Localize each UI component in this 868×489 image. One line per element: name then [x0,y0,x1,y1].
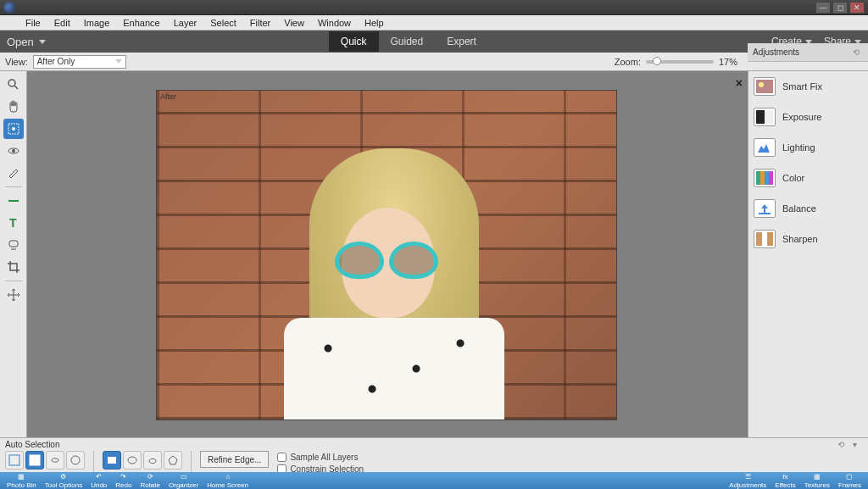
minimize-button[interactable]: — [815,2,831,14]
tb-label: Frames [838,481,861,489]
svg-rect-20 [762,232,767,246]
taskbar-tool-options[interactable]: ⚙Tool Options [42,472,86,489]
zoom-label: Zoom: [615,57,641,67]
menu-view[interactable]: View [277,15,311,30]
adj-icon [754,108,776,126]
adjustment-smart-fix[interactable]: Smart Fix [748,71,868,102]
straighten-tool[interactable] [3,191,24,211]
shape-ellipse-tool[interactable] [123,451,142,470]
adjustment-sharpen[interactable]: Sharpen [748,224,868,254]
tb-icon: ☰ [742,473,754,481]
tb-icon: ⚙ [58,472,70,481]
zoom-slider[interactable] [646,60,714,64]
adj-label: Lighting [782,142,815,153]
selection-active-tool[interactable] [25,451,44,470]
adj-icon [754,138,776,157]
hand-tool[interactable] [3,97,24,117]
tool-options-title: Auto Selection [5,440,60,449]
tb-label: Photo Bin [7,481,36,489]
menu-edit[interactable]: Edit [47,15,77,30]
tb-label: Rotate [140,481,160,489]
taskbar-effects[interactable]: fxEffects [771,473,798,489]
tb-label: Organizer [169,481,198,489]
canvas[interactable]: After [156,90,617,420]
refine-label: Refine Edge... [208,455,261,464]
quick-selection-tool[interactable] [3,119,24,139]
taskbar-textures[interactable]: ▦Textures [801,473,833,489]
menu-file[interactable]: File [19,15,47,30]
view-label: View: [5,57,28,67]
crop-tool[interactable] [3,257,24,277]
mode-tab-guided[interactable]: Guided [379,31,436,52]
svg-rect-15 [760,171,765,185]
tb-label: Textures [804,481,830,489]
tb-icon: ▦ [15,472,27,481]
view-value: After Only [37,57,75,66]
sample-all-layers-checkbox[interactable]: Sample All Layers [277,453,364,462]
view-select[interactable]: After Only [33,55,126,69]
adj-label: Smart Fix [782,81,822,92]
menu-select[interactable]: Select [203,15,243,30]
tb-label: Undo [91,481,107,489]
adj-label: Exposure [782,112,821,122]
svg-point-3 [12,127,15,131]
tool-divider [5,186,22,187]
menu-filter[interactable]: Filter [243,15,277,30]
reset-tool-icon[interactable]: ⟲ [837,440,848,448]
mode-tab-expert[interactable]: Expert [435,31,488,52]
adjustments-header: Adjustments ⟲ [748,43,868,62]
selection-brush-tool[interactable] [66,451,85,470]
selection-lasso-tool[interactable] [46,451,64,470]
svg-rect-6 [8,200,19,202]
adj-icon [754,199,776,218]
menu-window[interactable]: Window [311,15,358,30]
menu-layer[interactable]: Layer [167,15,204,30]
zoom-thumb[interactable] [653,57,661,65]
text-tool[interactable]: T [3,213,24,233]
menu-image[interactable]: Image [77,15,117,30]
svg-rect-12 [756,110,765,124]
close-panel-button[interactable]: × [736,76,743,90]
adj-label: Balance [782,203,816,214]
adjustment-lighting[interactable]: Lighting [748,132,868,163]
svg-rect-14 [756,171,760,185]
caret-down-icon [115,59,122,64]
shape-poly-tool[interactable] [164,451,182,470]
taskbar-photo-bin[interactable]: ▦Photo Bin [3,472,40,489]
menu-help[interactable]: Help [358,15,391,30]
taskbar-organizer[interactable]: ▭Organizer [165,472,202,489]
adjustments-panel: Smart FixExposureLightingColorBalanceSha… [748,71,868,437]
tb-icon: ▢ [843,473,855,481]
move-tool[interactable] [3,285,24,305]
adj-label: Color [782,173,804,183]
tb-icon: fx [779,473,791,481]
adjustment-balance[interactable]: Balance [748,193,868,224]
close-window-button[interactable]: ✕ [849,2,865,14]
selection-new-tool[interactable] [5,451,24,470]
reset-icon[interactable]: ⟲ [853,47,863,56]
whiten-tool[interactable] [3,163,24,183]
open-button[interactable]: Open [7,36,46,48]
taskbar-undo[interactable]: ↶Undo [87,472,110,489]
svg-rect-22 [30,455,40,465]
mode-tab-quick[interactable]: Quick [329,31,379,52]
shape-rect-tool[interactable] [103,451,121,470]
maximize-button[interactable]: ◻ [832,2,848,14]
zoom-tool[interactable] [3,75,24,95]
refine-edge-button[interactable]: Refine Edge... [200,451,269,468]
taskbar-adjustments[interactable]: ☰Adjustments [726,473,770,489]
taskbar-rotate[interactable]: ⟳Rotate [136,472,164,489]
taskbar-frames[interactable]: ▢Frames [835,473,865,489]
open-label: Open [7,36,34,48]
shape-lasso-tool[interactable] [143,451,162,470]
menubar: FileEditImageEnhanceLayerSelectFilterVie… [0,15,868,31]
panel-menu-icon[interactable]: ▾ [853,440,863,448]
options-bar: View: After Only Zoom: 17% Adjustments ⟲ [0,53,868,71]
taskbar-home-screen[interactable]: ⌂Home Screen [203,472,252,489]
adjustment-color[interactable]: Color [748,163,868,193]
menu-enhance[interactable]: Enhance [116,15,166,30]
eye-tool[interactable] [3,141,24,161]
adjustment-exposure[interactable]: Exposure [748,102,868,132]
spot-heal-tool[interactable] [3,235,24,255]
taskbar-redo[interactable]: ↷Redo [112,472,135,489]
